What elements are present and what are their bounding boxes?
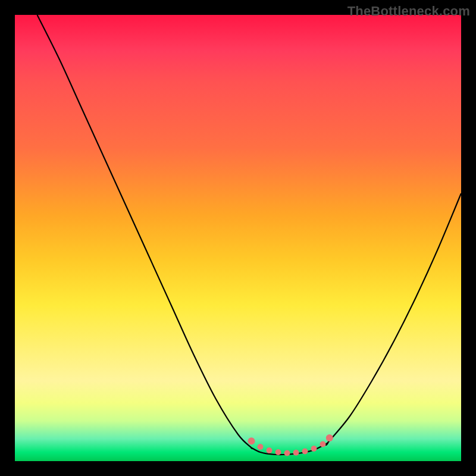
valley-marker: [267, 447, 273, 453]
valley-marker: [320, 441, 326, 447]
valley-marker: [275, 449, 281, 455]
valley-marker: [284, 450, 290, 456]
valley-marker: [302, 449, 308, 455]
valley-marker: [293, 450, 299, 456]
chart-frame: TheBottleneck.com: [0, 0, 476, 476]
valley-marker: [248, 437, 255, 444]
chart-svg: [15, 15, 461, 461]
watermark-text: TheBottleneck.com: [347, 4, 470, 19]
valley-marker: [326, 434, 333, 441]
valley-marker: [311, 446, 317, 452]
bottleneck-curve: [37, 15, 462, 455]
valley-marker: [258, 444, 264, 450]
